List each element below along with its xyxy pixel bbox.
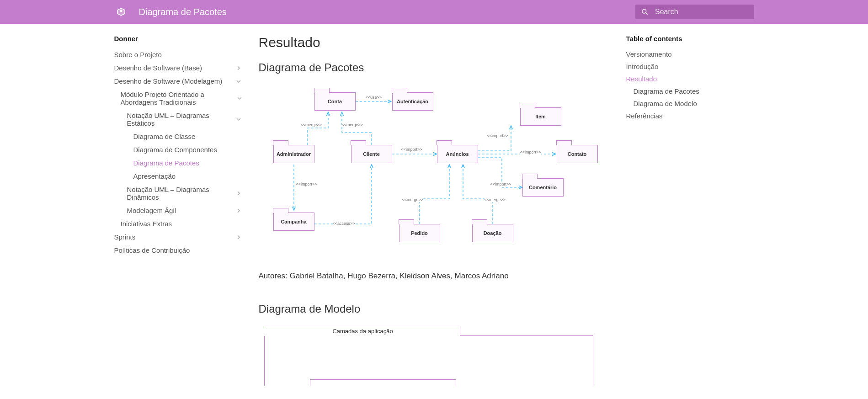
nav-apresentacao[interactable]: Apresentação — [133, 170, 242, 183]
pkg-cliente: Cliente — [351, 145, 392, 163]
pkg-campanha: Campanha — [273, 213, 314, 231]
toc-referencias[interactable]: Referências — [626, 110, 754, 122]
nav-label: Apresentação — [133, 172, 176, 180]
rel-label: <<use>> — [366, 95, 382, 100]
chevron-down-icon — [235, 78, 242, 85]
nav-label: Diagrama de Componentes — [133, 146, 217, 154]
toc-introducao[interactable]: Introdução — [626, 60, 754, 73]
app-header: Diagrama de Pacotes — [0, 0, 868, 24]
nav-label: Notação UML – Diagramas Dinâmicos — [127, 186, 235, 201]
nav-label: Modelagem Ágil — [127, 207, 176, 214]
uml-model-diagram: Camadas da aplicação — [264, 326, 598, 386]
nav-modelagem[interactable]: Desenho de Software (Modelagem) — [114, 74, 242, 88]
search-input[interactable] — [654, 7, 749, 16]
rel-label: <<merge>> — [301, 122, 322, 127]
search-box[interactable] — [635, 5, 754, 19]
rel-label: <<import>> — [487, 133, 508, 138]
sidebar-nav: Donner Sobre o Projeto Desenho de Softwa… — [114, 35, 242, 386]
nav-site-title[interactable]: Donner — [114, 35, 242, 43]
nav-label: Políticas de Contribuição — [114, 246, 190, 254]
pkg-autenticacao: Autenticação — [392, 92, 433, 111]
nav-agil[interactable]: Modelagem Ágil — [127, 204, 242, 217]
model-outer-label: Camadas da aplicação — [265, 328, 461, 335]
rel-label: <<merge>> — [402, 197, 424, 202]
nav-diagrama-componentes[interactable]: Diagrama de Componentes — [133, 143, 242, 156]
nav-label: Notação UML – Diagramas Estáticos — [127, 112, 235, 127]
heading-diagrama-pacotes: Diagrama de Pacotes — [259, 61, 610, 74]
toc-pacotes[interactable]: Diagrama de Pacotes — [634, 85, 754, 97]
logo-icon[interactable] — [114, 5, 128, 19]
heading-resultado: Resultado — [259, 35, 610, 50]
model-outer-package: Camadas da aplicação — [264, 335, 593, 386]
uml-package-diagram: <<use>> <<merge>> <<merge>> <<import>> <… — [264, 82, 607, 265]
rel-label: <<import>> — [296, 182, 317, 186]
nav-diagrama-pacotes[interactable]: Diagrama de Pacotes — [133, 156, 242, 170]
pkg-item: Item — [520, 107, 561, 126]
rel-label: <<access>> — [333, 221, 355, 226]
chevron-right-icon — [235, 207, 242, 214]
rel-label: <<import>> — [490, 182, 511, 186]
nav-dinamicos[interactable]: Notação UML – Diagramas Dinâmicos — [127, 183, 242, 204]
nav-base[interactable]: Desenho de Software (Base) — [114, 61, 242, 74]
toc-versionamento[interactable]: Versionamento — [626, 48, 754, 60]
nav-sobre[interactable]: Sobre o Projeto — [114, 48, 242, 61]
nav-diagrama-classe[interactable]: Diagrama de Classe — [133, 130, 242, 143]
svg-point-1 — [642, 9, 646, 13]
nav-estaticos[interactable]: Notação UML – Diagramas Estáticos — [127, 109, 242, 130]
search-icon — [641, 7, 649, 16]
page-title: Diagrama de Pacotes — [139, 7, 227, 17]
nav-label: Sprints — [114, 233, 136, 241]
pkg-contato: Contato — [557, 145, 598, 163]
heading-diagrama-modelo: Diagrama de Modelo — [259, 303, 610, 315]
content-area: Resultado Diagrama de Pacotes — [259, 35, 610, 386]
nav-iniciativas[interactable]: Iniciativas Extras — [121, 217, 242, 230]
rel-label: <<merge>> — [342, 122, 363, 127]
pkg-comentario: Comentário — [522, 178, 564, 197]
nav-label: Sobre o Projeto — [114, 51, 162, 59]
svg-point-0 — [120, 10, 122, 12]
toc-modelo[interactable]: Diagrama de Modelo — [634, 97, 754, 110]
authors: Autores: Gabriel Batalha, Hugo Bezerra, … — [259, 271, 610, 281]
nav-label: Iniciativas Extras — [121, 220, 172, 228]
rel-label: <<import>> — [520, 150, 541, 154]
rel-label: <<merge>> — [485, 197, 506, 202]
pkg-administrador: Administrador — [273, 145, 314, 163]
toc-resultado[interactable]: Resultado — [626, 73, 754, 85]
toc: Table of contents Versionamento Introduç… — [626, 35, 754, 386]
chevron-down-icon — [235, 116, 242, 123]
nav-sprints[interactable]: Sprints — [114, 230, 242, 244]
pkg-anuncios: Anúncios — [437, 145, 478, 163]
chevron-right-icon — [235, 64, 242, 72]
rel-label: <<import>> — [401, 147, 422, 152]
nav-politicas[interactable]: Políticas de Contribuição — [114, 244, 242, 257]
nav-label: Diagrama de Classe — [133, 133, 196, 140]
svg-line-2 — [645, 13, 647, 15]
toc-title: Table of contents — [626, 35, 754, 43]
pkg-conta: Conta — [314, 92, 356, 111]
nav-label: Desenho de Software (Modelagem) — [114, 77, 223, 85]
nav-label: Desenho de Software (Base) — [114, 64, 202, 72]
chevron-right-icon — [235, 234, 242, 241]
nav-label: Módulo Projeto Orientado a Abordagens Tr… — [121, 90, 237, 106]
chevron-right-icon — [235, 190, 242, 197]
nav-modulo[interactable]: Módulo Projeto Orientado a Abordagens Tr… — [121, 88, 242, 109]
pkg-pedido: Pedido — [399, 224, 440, 242]
pkg-doacao: Doação — [472, 224, 513, 242]
chevron-down-icon — [237, 95, 242, 102]
nav-label: Diagrama de Pacotes — [133, 159, 199, 167]
